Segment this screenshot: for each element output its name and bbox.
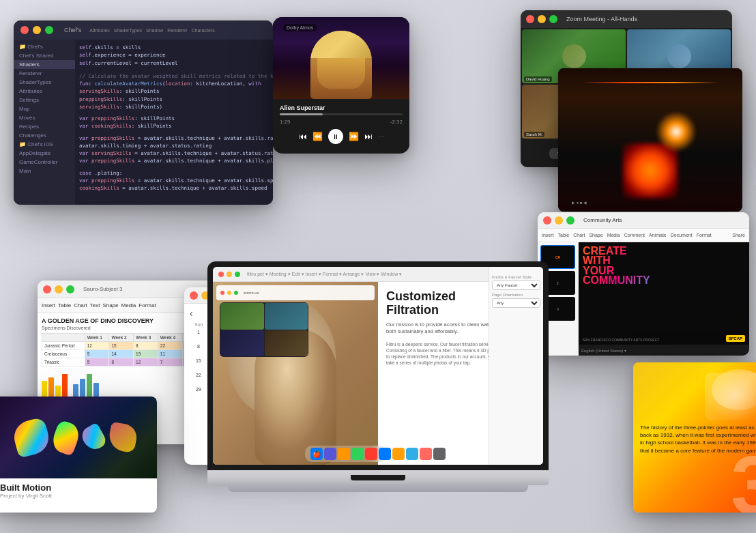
sidebar-item-moves[interactable]: Moves xyxy=(14,113,75,122)
sidebar-item-renderer[interactable]: Renderer xyxy=(14,69,75,78)
dock-icon-8[interactable] xyxy=(420,448,432,460)
keynote-minimize-button[interactable] xyxy=(555,216,563,225)
xcode-tab-renderer[interactable]: Renderer xyxy=(167,28,187,33)
toolbar-table[interactable]: Table xyxy=(58,302,71,308)
motion-footer: Built Motion Project by Virgil Scott xyxy=(0,478,157,503)
xcode-tab-attributes[interactable]: Attributes xyxy=(89,28,110,33)
music-time: 1:29 -2:32 xyxy=(280,119,403,125)
dock-icon-4[interactable] xyxy=(365,448,377,460)
sidebar-item-shared[interactable]: Chef's Shared xyxy=(14,51,75,60)
xcode-editor[interactable]: self.skills = skills self.experience = e… xyxy=(75,40,273,205)
bar-chart xyxy=(42,371,99,398)
keynote-badge: SFCAP xyxy=(726,335,745,342)
cell-c1: 9 xyxy=(85,350,109,358)
filter-select-faucet[interactable]: Any Faucet xyxy=(492,282,540,290)
cal-day-22[interactable]: 22 xyxy=(187,371,210,385)
keynote-toolbar-shape[interactable]: Shape xyxy=(589,233,602,237)
sidebar-item-ios[interactable]: 📁 Chef's iOS xyxy=(14,140,75,149)
keynote-toolbar-table[interactable]: Table xyxy=(558,233,570,237)
magazine-splash-art xyxy=(705,373,756,420)
mac-inner-min[interactable] xyxy=(227,272,232,277)
dock-icon-5[interactable] xyxy=(379,448,391,460)
minimize-button[interactable] xyxy=(33,26,41,34)
sidebar-item-attributes[interactable]: Attributes xyxy=(14,87,75,96)
close-button[interactable] xyxy=(20,26,29,34)
cal-day-29[interactable]: 29 xyxy=(187,386,210,399)
music-controls: Alien Superstar 1:29 -2:32 ⏮ ⏪ ⏸ ⏩ ⏭ ⋯ xyxy=(273,99,409,149)
mz-participant-4 xyxy=(265,330,308,357)
music-fastforward-button[interactable]: ⏩ xyxy=(349,132,359,141)
sidebar-item-recipes[interactable]: Recipes xyxy=(14,122,75,131)
mac-inner-url[interactable]: filtru.pet ▾ Meeting ▾ Edit ▾ Insert ▾ F… xyxy=(247,272,402,277)
mac-inner-close[interactable] xyxy=(218,272,224,277)
filter-select-page[interactable]: Any xyxy=(492,298,540,308)
toolbar-text[interactable]: Text xyxy=(90,302,100,308)
numbers-maximize-button[interactable] xyxy=(66,285,74,293)
zoom-participant-name-1: David Huang xyxy=(524,76,552,82)
sidebar-item-gamecontroller[interactable]: GameController xyxy=(14,158,75,167)
macbook-foot xyxy=(228,485,528,492)
keynote-toolbar-insert[interactable]: Insert xyxy=(542,233,554,237)
xcode-titlebar: Chef's Attributes ShaderTypes Shadow Ren… xyxy=(14,20,273,40)
sidebar-item-chefs[interactable]: 📁 Chef's xyxy=(14,42,75,51)
keynote-toolbar-media[interactable]: Media xyxy=(607,233,620,237)
xcode-window: Chef's Attributes ShaderTypes Shadow Ren… xyxy=(14,20,273,205)
dock-icon-finder[interactable]: 🍎 xyxy=(310,448,323,460)
keynote-toolbar-animate[interactable]: Animate xyxy=(649,233,667,237)
keynote-toolbar-comment[interactable]: Comment xyxy=(624,233,645,237)
music-forward-button[interactable]: ⏭ xyxy=(364,132,373,141)
sidebar-item-settings[interactable]: Settings xyxy=(14,96,75,104)
keynote-close-button[interactable] xyxy=(543,216,551,225)
calendar-close-button[interactable] xyxy=(190,291,198,300)
music-rewind-button[interactable]: ⏪ xyxy=(312,132,323,141)
keynote-big-text: CREATEWITHYOURCOMMUNITY xyxy=(579,242,749,290)
xcode-tab-shadow[interactable]: Shadow xyxy=(146,28,163,33)
dock-icon-9[interactable] xyxy=(433,448,446,460)
zoom-titlebar: Zoom Meeting - All-Hands xyxy=(521,10,732,28)
dock-icon-7[interactable] xyxy=(406,448,418,460)
zoom-close-button[interactable] xyxy=(526,15,534,23)
numbers-minimize-button[interactable] xyxy=(55,285,63,293)
xcode-tab-characters[interactable]: Characters xyxy=(192,28,215,33)
cal-day-8[interactable]: 8 xyxy=(187,343,210,356)
music-player-window: Dolby Atmos Alien Superstar 1:29 -2:32 ⏮… xyxy=(273,17,409,154)
music-progress-fill xyxy=(280,113,323,115)
sidebar-item-map[interactable]: Map xyxy=(14,104,75,113)
music-menu-button[interactable]: ⋯ xyxy=(378,133,384,140)
dock-icon-3[interactable] xyxy=(351,448,364,460)
keynote-toolbar-document[interactable]: Document xyxy=(671,233,693,237)
dock-icon-2[interactable] xyxy=(338,448,350,460)
keynote-toolbar-share[interactable]: Share xyxy=(732,233,745,237)
toolbar-format[interactable]: Format xyxy=(139,302,156,308)
keynote-toolbar-format[interactable]: Format xyxy=(697,233,712,237)
col-header-w4: Week 4 xyxy=(158,334,182,342)
zoom-maximize-button[interactable] xyxy=(549,15,557,23)
numbers-close-button[interactable] xyxy=(43,285,51,293)
xcode-tab-shadertypes[interactable]: ShaderTypes xyxy=(114,28,142,33)
keynote-toolbar-chart[interactable]: Chart xyxy=(573,233,585,237)
sidebar-item-main[interactable]: Main xyxy=(14,167,75,175)
mac-dock: 🍎 xyxy=(305,446,451,462)
cal-day-15[interactable]: 15 xyxy=(187,357,210,371)
toolbar-media[interactable]: Media xyxy=(121,302,136,308)
mac-inner-max[interactable] xyxy=(235,272,240,277)
keynote-slide-info: English (United States) ▾ xyxy=(581,348,626,353)
music-backward-button[interactable]: ⏮ xyxy=(299,132,307,141)
maximize-button[interactable] xyxy=(45,26,53,34)
music-progress-bar[interactable] xyxy=(280,113,403,115)
sidebar-item-appdelegate[interactable]: AppDelegate xyxy=(14,149,75,158)
motion-3d-content xyxy=(0,397,157,478)
calendar-prev-button[interactable]: ‹ xyxy=(190,308,193,319)
cal-day-1[interactable]: 1 xyxy=(187,328,210,342)
sidebar-item-shadertypes[interactable]: ShaderTypes xyxy=(14,78,75,87)
toolbar-shape[interactable]: Shape xyxy=(102,302,118,308)
dock-icon-1[interactable] xyxy=(324,448,336,460)
toolbar-insert[interactable]: Insert xyxy=(42,302,55,308)
zoom-minimize-button[interactable] xyxy=(538,15,546,23)
sidebar-item-challenges[interactable]: Challenges xyxy=(14,131,75,140)
sidebar-item-shaders[interactable]: Shaders xyxy=(14,60,75,69)
dock-icon-6[interactable] xyxy=(392,448,405,460)
toolbar-chart[interactable]: Chart xyxy=(74,302,87,308)
keynote-maximize-button[interactable] xyxy=(566,216,575,225)
music-play-button[interactable]: ⏸ xyxy=(328,129,343,144)
